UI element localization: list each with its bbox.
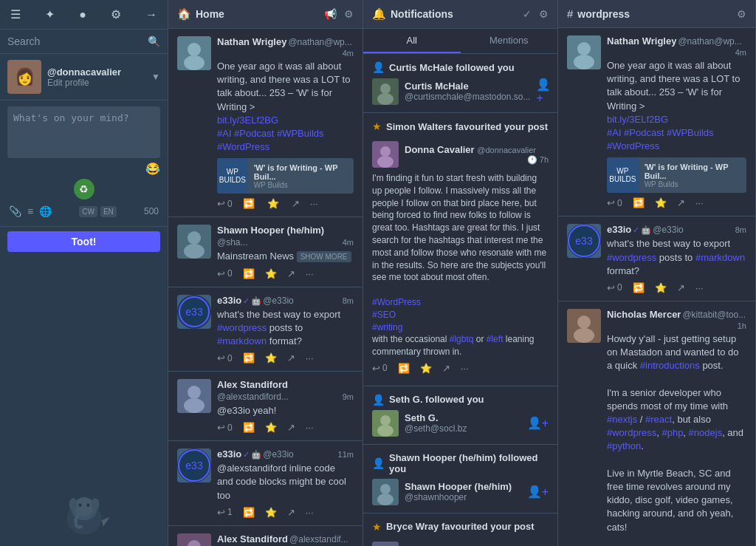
emoji-icon[interactable]: 😂 <box>7 162 160 176</box>
toot-link[interactable]: bit.ly/3ELf2BG <box>217 115 278 126</box>
settings-icon[interactable]: ⚙ <box>108 4 124 24</box>
toot-author-handle: @nathan@wp... <box>288 37 351 47</box>
add-user-icon[interactable]: 👤+ <box>527 416 549 430</box>
reply-button[interactable]: ↩0 <box>217 352 233 364</box>
list-item: ★ Simon Walters favourited your post Don… <box>363 113 557 386</box>
search-input[interactable] <box>7 35 148 47</box>
table-row: Shawn Hooper (he/him) @sha... 4m Mainstr… <box>168 217 362 287</box>
reply-button[interactable]: ↩0 <box>372 363 388 374</box>
favourite-button[interactable]: ⭐ <box>265 352 277 364</box>
hashtag-icon: # <box>567 7 573 20</box>
media-source: WP Builds <box>254 181 348 189</box>
retoot-button[interactable]: 🔁 <box>398 363 410 374</box>
toot-button[interactable]: Toot! <box>7 231 160 252</box>
reply-button[interactable]: ↩0 <box>217 422 233 433</box>
favourite-button[interactable]: ⭐ <box>420 363 432 374</box>
tab-mentions[interactable]: Mentions <box>461 29 558 53</box>
share-button[interactable]: ↗ <box>292 198 300 209</box>
home-column-title: Home <box>196 8 324 20</box>
reply-button[interactable]: ↩0 <box>217 268 233 279</box>
en-badge[interactable]: EN <box>100 206 117 217</box>
recycle-button[interactable]: ♻ <box>74 179 94 199</box>
svg-point-4 <box>91 498 99 511</box>
toot-author-name: Shawn Hooper (he/him) <box>217 225 324 236</box>
retoot-button[interactable]: 🔁 <box>243 422 255 433</box>
notifications-column-header: 🔔 Notifications ✓ ⚙ <box>363 0 557 29</box>
reply-button[interactable]: ↩0 <box>607 197 622 208</box>
share-button[interactable]: ↗ <box>442 363 450 374</box>
home-nav-icon[interactable]: ● <box>76 5 89 24</box>
compose-icon[interactable]: ✦ <box>42 4 58 24</box>
account-section[interactable]: 👩 @donnacavalier Edit profile ▼ <box>0 54 168 100</box>
svg-point-44 <box>574 55 594 69</box>
more-button[interactable]: ··· <box>306 422 314 433</box>
more-button[interactable]: ··· <box>310 198 318 209</box>
more-button[interactable]: ··· <box>306 352 314 364</box>
share-button[interactable]: ↗ <box>287 507 295 518</box>
retoot-button[interactable]: 🔁 <box>243 352 255 364</box>
toot-content: e33io ✓ 🤖 @e33io 8m what's the best way … <box>217 295 354 364</box>
avatar: e33 <box>177 448 211 482</box>
settings-sliders-icon[interactable]: ⚙ <box>737 8 746 20</box>
retoot-button[interactable]: 🔁 <box>633 282 645 293</box>
svg-point-29 <box>380 83 391 94</box>
toot-author-name: Alex Standiford <box>217 533 288 545</box>
favourite-button[interactable]: ⭐ <box>265 507 277 518</box>
favourite-icon: ★ <box>372 521 382 533</box>
retoot-button[interactable]: 🔁 <box>243 198 257 209</box>
share-button[interactable]: ↗ <box>677 197 685 208</box>
settings-sliders-icon[interactable]: ⚙ <box>539 8 549 20</box>
reply-button[interactable]: ↩0 <box>607 282 622 293</box>
more-button[interactable]: ··· <box>695 197 704 208</box>
toot-author-handle: @sha... <box>217 237 248 248</box>
avatar: 👩 <box>7 60 41 94</box>
notification-bell-icon[interactable]: 📢 <box>324 8 337 20</box>
add-user-icon[interactable]: 👤+ <box>536 78 551 105</box>
columns-icon[interactable]: → <box>142 5 160 24</box>
favourite-button[interactable]: ⭐ <box>265 268 277 279</box>
retoot-button[interactable]: 🔁 <box>243 268 255 279</box>
more-button[interactable]: ··· <box>306 507 314 518</box>
search-icon: 🔍 <box>148 35 160 47</box>
more-button[interactable]: ··· <box>306 268 314 279</box>
show-more-button[interactable]: SHOW MORE <box>297 251 351 262</box>
media-info: 'W' is for Writing - WP Buil... WP Build… <box>248 158 354 194</box>
cw-badge[interactable]: CW <box>79 206 97 217</box>
avatar <box>177 379 211 413</box>
notification-text: Bryce Wray favourited your post <box>386 521 535 532</box>
table-row: Alex Standiford @alexstandiford... 9m @e… <box>168 372 362 441</box>
retoot-button[interactable]: 🔁 <box>243 507 255 518</box>
attach-icon[interactable]: 📎 <box>9 205 21 217</box>
home-column: 🏠 Home 📢 ⚙ Nathan Wrigley @nathan@wp... … <box>168 0 363 546</box>
toot-author-name: e33io <box>217 295 241 306</box>
avatar <box>177 533 211 546</box>
reply-button[interactable]: ↩1 <box>217 507 233 518</box>
list-icon[interactable]: ≡ <box>27 205 33 217</box>
follow-icon: 👤 <box>372 457 385 469</box>
svg-point-49 <box>577 315 591 329</box>
tab-all[interactable]: All <box>363 29 461 53</box>
favourite-button[interactable]: ⭐ <box>655 282 667 293</box>
share-button[interactable]: ↗ <box>287 352 295 364</box>
reply-button[interactable]: ↩0 <box>217 198 233 209</box>
share-button[interactable]: ↗ <box>287 268 295 279</box>
add-user-icon[interactable]: 👤+ <box>527 485 549 499</box>
retoot-button[interactable]: 🔁 <box>633 197 645 208</box>
favourite-button[interactable]: ⭐ <box>267 198 281 209</box>
toot-link[interactable]: bit.ly/3ELf2BG <box>607 114 668 125</box>
svg-point-36 <box>377 425 394 437</box>
share-button[interactable]: ↗ <box>287 422 295 433</box>
hamburger-icon[interactable]: ☰ <box>7 4 24 24</box>
more-button[interactable]: ··· <box>461 363 469 374</box>
table-row: e33 e33io ✓ 🤖 @e33io 8m what's the best … <box>558 216 755 301</box>
more-button[interactable]: ··· <box>695 282 704 293</box>
globe-icon[interactable]: 🌐 <box>39 205 52 217</box>
edit-profile-link[interactable]: Edit profile <box>47 78 148 88</box>
compose-textarea[interactable] <box>7 106 160 158</box>
settings-sliders-icon[interactable]: ⚙ <box>344 8 354 20</box>
check-icon[interactable]: ✓ <box>523 8 532 20</box>
favourite-button[interactable]: ⭐ <box>265 422 277 433</box>
toot-text: @e33io yeah! <box>217 404 354 417</box>
share-button[interactable]: ↗ <box>677 282 685 293</box>
favourite-button[interactable]: ⭐ <box>655 197 667 208</box>
